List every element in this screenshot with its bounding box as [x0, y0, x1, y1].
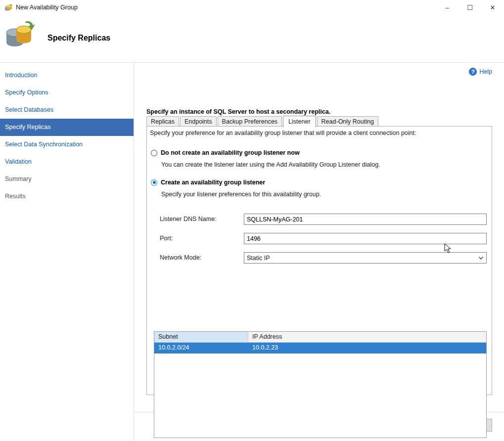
ip-address-grid: Subnet IP Address 10.0.2.0/24 10.0.2.23 — [154, 331, 487, 438]
sidebar-item-specify-options[interactable]: Specify Options — [0, 84, 134, 101]
sidebar-item-results: Results — [0, 188, 134, 205]
tab-backup-preferences[interactable]: Backup Preferences — [218, 116, 282, 127]
radio-no-listener-subtext: You can create the listener later using … — [161, 161, 380, 168]
help-icon: ? — [469, 68, 477, 76]
help-link[interactable]: ? Help — [469, 68, 492, 76]
column-header-subnet[interactable]: Subnet — [154, 332, 248, 342]
port-input[interactable] — [244, 233, 487, 244]
tab-read-only-routing[interactable]: Read-Only Routing — [317, 116, 378, 127]
tab-listener[interactable]: Listener — [283, 116, 316, 127]
table-row[interactable]: 10.0.2.0/24 10.0.2.23 — [154, 343, 486, 353]
title-bar: New Availability Group – ☐ ✕ — [0, 0, 504, 15]
tab-replicas[interactable]: Replicas — [146, 116, 179, 127]
port-label: Port: — [160, 235, 173, 242]
sidebar-item-select-data-synchronization[interactable]: Select Data Synchronization — [0, 136, 134, 153]
chevron-down-icon[interactable] — [476, 253, 486, 263]
cell-ip-address: 10.0.2.23 — [248, 343, 486, 353]
radio-no-listener-circle-icon[interactable] — [151, 150, 157, 156]
network-mode-label: Network Mode: — [160, 254, 201, 261]
listener-tab-panel: Specify your preference for an availabil… — [146, 126, 492, 395]
radio-create-listener-label: Create an availability group listener — [161, 179, 265, 186]
main-panel: ? Help Specify an instance of SQL Server… — [135, 63, 504, 441]
page-title: Specify Replicas — [47, 34, 110, 43]
grid-header: Subnet IP Address — [154, 332, 486, 343]
radio-create-listener-circle-icon[interactable] — [151, 179, 157, 186]
wizard-steps-sidebar: Introduction Specify Options Select Data… — [0, 63, 134, 441]
dns-name-input[interactable] — [244, 214, 487, 225]
column-header-ip-address[interactable]: IP Address — [248, 332, 486, 342]
sidebar-item-summary: Summary — [0, 171, 134, 188]
cell-subnet: 10.0.2.0/24 — [154, 343, 248, 353]
maximize-button[interactable]: ☐ — [458, 0, 481, 15]
replicas-database-icon — [4, 20, 37, 50]
close-button[interactable]: ✕ — [481, 0, 504, 15]
app-icon — [4, 3, 13, 11]
radio-create-listener[interactable]: Create an availability group listener — [151, 179, 265, 186]
sidebar-item-validation[interactable]: Validation — [0, 153, 134, 171]
dns-name-label: Listener DNS Name: — [160, 216, 217, 222]
help-label: Help — [479, 68, 492, 75]
instruction-text: Specify an instance of SQL Server to hos… — [146, 108, 330, 115]
network-mode-value: Static IP — [247, 255, 270, 262]
sidebar-item-select-databases[interactable]: Select Databases — [0, 101, 134, 119]
radio-no-listener[interactable]: Do not create an availability group list… — [151, 149, 300, 156]
minimize-button[interactable]: – — [436, 0, 458, 15]
radio-no-listener-label: Do not create an availability group list… — [161, 149, 300, 156]
radio-create-listener-subtext: Specify your listener preferences for th… — [161, 191, 321, 198]
network-mode-dropdown[interactable]: Static IP — [244, 252, 487, 264]
new-availability-group-window: New Availability Group – ☐ ✕ Specify Rep… — [0, 0, 504, 441]
window-title: New Availability Group — [16, 4, 78, 11]
listener-description: Specify your preference for an availabil… — [150, 130, 488, 136]
wizard-header: Specify Replicas — [0, 15, 504, 62]
sidebar-item-introduction[interactable]: Introduction — [0, 67, 134, 84]
sidebar-item-specify-replicas[interactable]: Specify Replicas — [0, 119, 134, 136]
tab-strip: Replicas Endpoints Backup Preferences Li… — [146, 115, 492, 126]
tab-endpoints[interactable]: Endpoints — [180, 116, 217, 127]
